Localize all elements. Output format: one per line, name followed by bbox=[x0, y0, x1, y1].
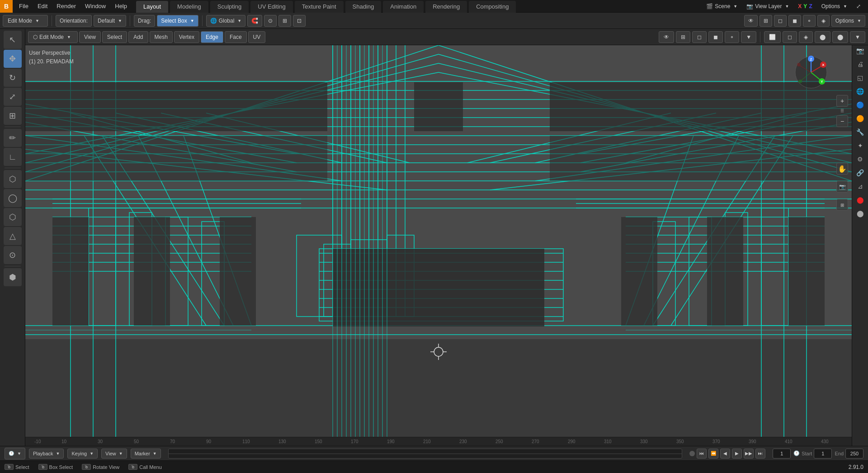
end-frame-input[interactable]: 250 bbox=[845, 449, 863, 459]
camera-view-btn[interactable]: 📷 bbox=[836, 181, 848, 193]
viewport-render2[interactable]: ⬤ bbox=[832, 31, 848, 43]
keying-dropdown[interactable]: Keying ▼ bbox=[67, 449, 98, 459]
measure-tool[interactable]: ∟ bbox=[4, 148, 22, 166]
viewport-shading-4[interactable]: ◼ bbox=[788, 15, 801, 27]
overlay-btn[interactable]: 👁 bbox=[659, 31, 674, 43]
viewport-shading-3[interactable]: ◻ bbox=[774, 15, 787, 27]
cursor-tool[interactable]: ↖ bbox=[4, 31, 22, 49]
drag-dropdown[interactable]: Select Box ▼ bbox=[157, 15, 198, 27]
shading-extra[interactable]: ▼ bbox=[741, 31, 756, 43]
play-btn[interactable]: ▶ bbox=[732, 449, 742, 459]
cone-tool[interactable]: △ bbox=[4, 227, 22, 245]
properties-particles[interactable]: ✦ bbox=[854, 139, 867, 152]
properties-render[interactable]: 📷 bbox=[854, 44, 867, 57]
view-dropdown[interactable]: View ▼ bbox=[101, 449, 127, 459]
tab-compositing[interactable]: Compositing bbox=[469, 1, 516, 13]
menu-help[interactable]: Help bbox=[110, 0, 132, 13]
tab-shading[interactable]: Shading bbox=[345, 1, 382, 13]
orientation-dropdown[interactable]: Default ▼ bbox=[94, 15, 126, 27]
add-btn[interactable]: Add bbox=[128, 31, 148, 43]
current-frame-input[interactable]: 1 bbox=[773, 449, 791, 459]
view-btn[interactable]: View bbox=[79, 31, 101, 43]
hand-tool-btn[interactable]: ✋ bbox=[836, 163, 848, 175]
shading-render[interactable]: ⚬ bbox=[725, 31, 739, 43]
cylinder-tool[interactable]: ⬡ bbox=[4, 208, 22, 226]
viewport-solid2[interactable]: ◻ bbox=[783, 31, 797, 43]
rotate-tool[interactable]: ↻ bbox=[4, 69, 22, 87]
gizmo-btn[interactable]: ⊞ bbox=[676, 31, 690, 43]
scale-tool[interactable]: ⤢ bbox=[4, 88, 22, 106]
properties-view-layer[interactable]: ◱ bbox=[854, 71, 867, 84]
extra-icons-2[interactable]: ⊡ bbox=[293, 15, 306, 27]
tab-uv-editing[interactable]: UV Editing bbox=[250, 1, 292, 13]
scene-selector[interactable]: 🎬 Scene ▼ bbox=[703, 2, 741, 10]
viewport-box[interactable]: ⬜ bbox=[764, 31, 781, 43]
properties-active[interactable]: ⬤ bbox=[854, 207, 867, 220]
uv-btn[interactable]: UV bbox=[248, 31, 266, 43]
tab-modeling[interactable]: Modeling bbox=[170, 1, 208, 13]
vertex-btn[interactable]: Vertex bbox=[174, 31, 199, 43]
viewport-v[interactable]: ▼ bbox=[850, 31, 865, 43]
jump-start-btn[interactable]: ⏮ bbox=[697, 449, 707, 459]
edit-mode-dropdown[interactable]: ⬡ Edit Mode ▼ bbox=[28, 31, 78, 43]
move-tool[interactable]: ✥ bbox=[4, 50, 22, 68]
properties-scene2[interactable]: 🌐 bbox=[854, 85, 867, 98]
properties-material[interactable]: ⬤ bbox=[854, 194, 867, 206]
playback-dropdown[interactable]: Playback ▼ bbox=[29, 449, 64, 459]
menu-render[interactable]: Render bbox=[52, 0, 80, 13]
proportional-btn[interactable]: ⊙ bbox=[264, 15, 277, 27]
properties-constraints[interactable]: 🔗 bbox=[854, 166, 867, 179]
shading-wire[interactable]: ◼ bbox=[708, 31, 723, 43]
properties-output[interactable]: 🖨 bbox=[854, 58, 867, 71]
menu-file[interactable]: File bbox=[14, 0, 33, 13]
timeline-track[interactable] bbox=[168, 449, 682, 459]
properties-physics[interactable]: ⚙ bbox=[854, 153, 867, 166]
nav-gizmo[interactable]: Z X Y bbox=[793, 54, 829, 90]
next-frame-btn[interactable]: ▶▶ bbox=[744, 449, 754, 459]
jump-end-btn[interactable]: ⏭ bbox=[755, 449, 765, 459]
expand-icon[interactable]: ⤢ bbox=[853, 2, 864, 10]
viewport-3d[interactable]: User Perspective (1) 20. PEMADAM Z X Y bbox=[25, 45, 852, 446]
quad-view-btn[interactable]: ⊞ bbox=[836, 199, 848, 211]
transform-dropdown[interactable]: 🌐 Global ▼ bbox=[206, 15, 246, 27]
viewport-shading-1[interactable]: 👁 bbox=[744, 15, 758, 27]
torus-tool[interactable]: ⊙ bbox=[4, 246, 22, 264]
cube-tool[interactable]: ⬡ bbox=[4, 170, 22, 188]
properties-data[interactable]: ⊿ bbox=[854, 180, 867, 193]
tab-animation[interactable]: Animation bbox=[383, 1, 424, 13]
snap-btn[interactable]: 🧲 bbox=[247, 15, 262, 27]
marker-dropdown[interactable]: Marker ▼ bbox=[131, 449, 161, 459]
viewport-wire2[interactable]: ◈ bbox=[799, 31, 813, 43]
mode-dropdown[interactable]: Edit Mode ▼ bbox=[3, 15, 48, 27]
mesh-btn[interactable]: Mesh bbox=[150, 31, 173, 43]
tab-layout[interactable]: Layout bbox=[136, 1, 168, 13]
tab-texture-paint[interactable]: Texture Paint bbox=[295, 1, 344, 13]
options-btn[interactable]: Options ▼ bbox=[831, 15, 865, 27]
transform-tool[interactable]: ⊞ bbox=[4, 107, 22, 125]
extra-icons-1[interactable]: ⊞ bbox=[278, 15, 291, 27]
timeline-mode[interactable]: 🕐 ▼ bbox=[5, 448, 25, 459]
viewport-shading-2[interactable]: ⊞ bbox=[760, 15, 772, 27]
prev-keyframe-btn[interactable]: ⏪ bbox=[708, 449, 718, 459]
edge-btn[interactable]: Edge bbox=[201, 31, 223, 43]
annotate-tool[interactable]: ✏ bbox=[4, 129, 22, 147]
viewport-mat[interactable]: ⬤ bbox=[815, 31, 830, 43]
options-button[interactable]: Options ▼ bbox=[818, 2, 851, 10]
properties-modifier[interactable]: 🔧 bbox=[854, 126, 867, 138]
viewport-shading-5[interactable]: ⚬ bbox=[803, 15, 816, 27]
viewport-shading-6[interactable]: ◈ bbox=[817, 15, 830, 27]
zoom-in-btn[interactable]: + bbox=[836, 95, 848, 107]
select-btn[interactable]: Select bbox=[102, 31, 127, 43]
tab-sculpting[interactable]: Sculpting bbox=[210, 1, 249, 13]
tab-rendering[interactable]: Rendering bbox=[425, 1, 467, 13]
menu-edit[interactable]: Edit bbox=[33, 0, 52, 13]
prev-frame-btn[interactable]: ◀ bbox=[720, 449, 730, 459]
shading-solid[interactable]: ◻ bbox=[692, 31, 707, 43]
face-btn[interactable]: Face bbox=[225, 31, 247, 43]
view-layer-selector[interactable]: 📷 View Layer ▼ bbox=[743, 2, 793, 10]
menu-window[interactable]: Window bbox=[80, 0, 110, 13]
properties-object[interactable]: 🟠 bbox=[854, 112, 867, 125]
shading-tool[interactable]: ⬢ bbox=[4, 268, 22, 286]
start-frame-input[interactable]: 1 bbox=[814, 449, 832, 459]
properties-world[interactable]: 🔵 bbox=[854, 99, 867, 111]
